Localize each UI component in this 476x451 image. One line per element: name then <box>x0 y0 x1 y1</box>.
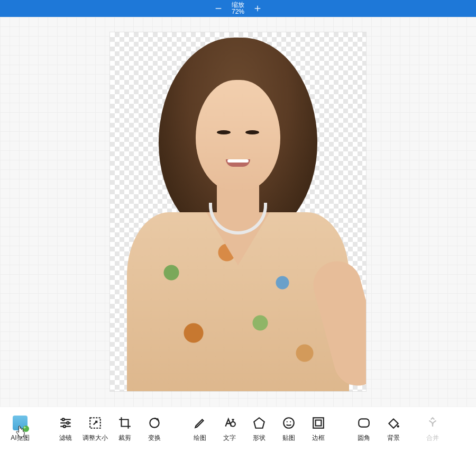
ai-cutout-icon: + <box>13 416 28 430</box>
zoom-value: 72% <box>232 8 244 15</box>
svg-marker-14 <box>254 418 264 428</box>
tool-label: 圆角 <box>358 434 370 443</box>
smile-icon <box>282 416 296 430</box>
tool-ai-cutout[interactable]: + AI抠图 <box>5 411 35 448</box>
rotate-icon <box>148 416 161 430</box>
merge-up-icon <box>426 416 440 430</box>
tool-label: 绘图 <box>194 434 206 443</box>
zoom-out-button[interactable] <box>214 4 223 13</box>
svg-point-15 <box>283 418 294 428</box>
cutout-subject[interactable] <box>110 32 366 391</box>
tool-label: 调整大小 <box>83 434 108 443</box>
tool-label: 合并 <box>426 434 439 443</box>
svg-rect-20 <box>359 419 369 427</box>
text-icon <box>223 416 236 430</box>
svg-point-8 <box>63 425 66 427</box>
minus-icon <box>214 4 223 13</box>
tool-label: 边框 <box>312 434 325 443</box>
rounded-rect-icon <box>357 416 371 430</box>
tool-label: 形状 <box>253 434 266 443</box>
svg-point-21 <box>397 425 399 427</box>
tool-sticker[interactable]: 贴图 <box>274 411 304 448</box>
tool-transform[interactable]: 变换 <box>140 411 169 448</box>
tool-merge: 合并 <box>418 411 447 448</box>
tool-draw[interactable]: 绘图 <box>185 411 215 448</box>
svg-rect-19 <box>316 420 322 426</box>
tool-filter[interactable]: 滤镜 <box>51 411 80 448</box>
tool-label: 贴图 <box>282 434 295 443</box>
tool-resize[interactable]: 调整大小 <box>80 411 110 448</box>
tool-label: AI抠图 <box>11 434 29 443</box>
pentagon-icon <box>252 416 266 430</box>
zoom-in-button[interactable] <box>253 4 262 13</box>
plus-icon <box>253 4 262 13</box>
tool-crop[interactable]: 裁剪 <box>110 411 140 448</box>
tool-background[interactable]: 背景 <box>379 411 408 448</box>
pencil-icon <box>193 416 207 430</box>
zoom-readout[interactable]: 缩放 72% <box>232 2 244 15</box>
svg-point-11 <box>231 422 235 427</box>
tool-radius[interactable]: 圆角 <box>349 411 379 448</box>
zoom-bar: 缩放 72% <box>0 0 476 17</box>
svg-point-4 <box>62 418 65 420</box>
sliders-icon <box>59 416 72 430</box>
tool-label: 文字 <box>223 434 236 443</box>
paint-bucket-icon <box>387 416 400 430</box>
tool-label: 变换 <box>148 434 161 443</box>
tool-text[interactable]: 文字 <box>215 411 244 448</box>
tool-border[interactable]: 边框 <box>304 411 333 448</box>
tool-label: 滤镜 <box>59 434 72 443</box>
svg-point-16 <box>287 421 288 422</box>
crop-icon <box>118 416 132 430</box>
svg-rect-18 <box>313 418 324 428</box>
bottom-toolbar: + AI抠图 滤镜 调整大小 裁剪 <box>0 407 476 451</box>
tool-label: 背景 <box>387 434 400 443</box>
frame-icon <box>312 416 325 430</box>
resize-icon <box>88 416 102 430</box>
canvas-workspace[interactable] <box>0 17 476 407</box>
svg-point-6 <box>67 422 69 424</box>
tool-shape[interactable]: 形状 <box>244 411 274 448</box>
image-canvas[interactable] <box>110 32 366 391</box>
tool-label: 裁剪 <box>118 434 131 443</box>
svg-point-17 <box>290 421 291 422</box>
